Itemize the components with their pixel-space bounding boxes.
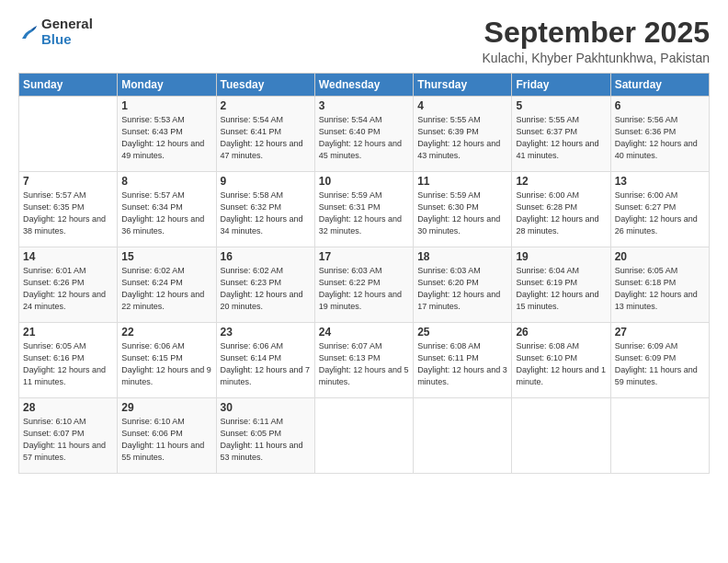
day-info: Sunrise: 6:04 AMSunset: 6:19 PMDaylight:… [516, 265, 606, 313]
day-info: Sunrise: 5:55 AMSunset: 6:39 PMDaylight:… [417, 114, 507, 162]
logo-blue: Blue [41, 32, 93, 48]
day-info: Sunrise: 5:57 AMSunset: 6:34 PMDaylight:… [121, 190, 211, 237]
day-number: 12 [516, 175, 606, 188]
day-number: 7 [23, 175, 113, 188]
day-info: Sunrise: 6:02 AMSunset: 6:24 PMDaylight:… [121, 265, 211, 313]
cell-w5-d6 [610, 398, 709, 474]
day-number: 13 [615, 175, 705, 188]
month-title: September 2025 [483, 17, 710, 49]
cell-w4-d5: 26 Sunrise: 6:08 AMSunset: 6:10 PMDaylig… [512, 323, 610, 398]
cell-w5-d3 [314, 398, 413, 474]
day-number: 22 [121, 326, 211, 339]
day-info: Sunrise: 6:01 AMSunset: 6:26 PMDaylight:… [23, 265, 113, 313]
cell-w5-d0: 28 Sunrise: 6:10 AMSunset: 6:07 PMDaylig… [19, 398, 118, 474]
day-info: Sunrise: 5:56 AMSunset: 6:36 PMDaylight:… [615, 114, 705, 162]
day-info: Sunrise: 6:03 AMSunset: 6:20 PMDaylight:… [417, 265, 507, 313]
logo-bird-icon [18, 22, 39, 42]
day-number: 6 [615, 99, 705, 112]
cell-w1-d4: 4 Sunrise: 5:55 AMSunset: 6:39 PMDayligh… [414, 97, 512, 172]
week-row-1: 1 Sunrise: 5:53 AMSunset: 6:43 PMDayligh… [19, 97, 710, 172]
week-row-2: 7 Sunrise: 5:57 AMSunset: 6:35 PMDayligh… [19, 172, 710, 247]
cell-w1-d6: 6 Sunrise: 5:56 AMSunset: 6:36 PMDayligh… [610, 97, 709, 172]
day-number: 16 [221, 250, 311, 263]
location-title: Kulachi, Khyber Pakhtunkhwa, Pakistan [483, 51, 710, 65]
header: General Blue September 2025 Kulachi, Khy… [18, 17, 710, 65]
day-number: 14 [23, 250, 113, 263]
day-info: Sunrise: 5:59 AMSunset: 6:30 PMDaylight:… [417, 190, 507, 237]
day-number: 15 [121, 250, 211, 263]
cell-w2-d0: 7 Sunrise: 5:57 AMSunset: 6:35 PMDayligh… [19, 172, 118, 247]
day-number: 21 [23, 326, 113, 339]
cell-w4-d1: 22 Sunrise: 6:06 AMSunset: 6:15 PMDaylig… [118, 323, 216, 398]
cell-w2-d4: 11 Sunrise: 5:59 AMSunset: 6:30 PMDaylig… [414, 172, 512, 247]
day-number: 5 [516, 99, 606, 112]
day-number: 3 [319, 99, 409, 112]
cell-w1-d5: 5 Sunrise: 5:55 AMSunset: 6:37 PMDayligh… [512, 97, 610, 172]
col-sunday: Sunday [19, 74, 118, 97]
logo: General Blue [18, 17, 93, 47]
cell-w2-d1: 8 Sunrise: 5:57 AMSunset: 6:34 PMDayligh… [118, 172, 216, 247]
col-monday: Monday [118, 74, 216, 97]
cell-w5-d5 [512, 398, 610, 474]
day-number: 2 [221, 99, 311, 112]
col-wednesday: Wednesday [314, 74, 413, 97]
cell-w3-d3: 17 Sunrise: 6:03 AMSunset: 6:22 PMDaylig… [314, 247, 413, 323]
week-row-4: 21 Sunrise: 6:05 AMSunset: 6:16 PMDaylig… [19, 323, 710, 398]
day-number: 25 [417, 326, 507, 339]
cell-w2-d5: 12 Sunrise: 6:00 AMSunset: 6:28 PMDaylig… [512, 172, 610, 247]
day-number: 1 [121, 99, 211, 112]
cell-w2-d6: 13 Sunrise: 6:00 AMSunset: 6:27 PMDaylig… [610, 172, 709, 247]
day-info: Sunrise: 6:09 AMSunset: 6:09 PMDaylight:… [615, 340, 705, 388]
day-number: 20 [615, 250, 705, 263]
cell-w1-d2: 2 Sunrise: 5:54 AMSunset: 6:41 PMDayligh… [216, 97, 314, 172]
day-info: Sunrise: 6:08 AMSunset: 6:10 PMDaylight:… [516, 340, 606, 388]
cell-w3-d5: 19 Sunrise: 6:04 AMSunset: 6:19 PMDaylig… [512, 247, 610, 323]
day-info: Sunrise: 6:08 AMSunset: 6:11 PMDaylight:… [417, 340, 507, 388]
cell-w2-d2: 9 Sunrise: 5:58 AMSunset: 6:32 PMDayligh… [216, 172, 314, 247]
day-info: Sunrise: 6:06 AMSunset: 6:14 PMDaylight:… [221, 340, 311, 388]
day-number: 30 [221, 401, 311, 414]
calendar-table: Sunday Monday Tuesday Wednesday Thursday… [18, 73, 710, 474]
day-info: Sunrise: 5:59 AMSunset: 6:31 PMDaylight:… [319, 190, 409, 237]
header-row: Sunday Monday Tuesday Wednesday Thursday… [19, 74, 710, 97]
day-number: 8 [121, 175, 211, 188]
day-number: 29 [121, 401, 211, 414]
cell-w2-d3: 10 Sunrise: 5:59 AMSunset: 6:31 PMDaylig… [314, 172, 413, 247]
day-info: Sunrise: 6:05 AMSunset: 6:16 PMDaylight:… [23, 340, 113, 388]
cell-w3-d0: 14 Sunrise: 6:01 AMSunset: 6:26 PMDaylig… [19, 247, 118, 323]
cell-w3-d2: 16 Sunrise: 6:02 AMSunset: 6:23 PMDaylig… [216, 247, 314, 323]
col-saturday: Saturday [610, 74, 709, 97]
cell-w1-d3: 3 Sunrise: 5:54 AMSunset: 6:40 PMDayligh… [314, 97, 413, 172]
cell-w4-d0: 21 Sunrise: 6:05 AMSunset: 6:16 PMDaylig… [19, 323, 118, 398]
week-row-3: 14 Sunrise: 6:01 AMSunset: 6:26 PMDaylig… [19, 247, 710, 323]
week-row-5: 28 Sunrise: 6:10 AMSunset: 6:07 PMDaylig… [19, 398, 710, 474]
day-info: Sunrise: 6:05 AMSunset: 6:18 PMDaylight:… [615, 265, 705, 313]
day-info: Sunrise: 5:55 AMSunset: 6:37 PMDaylight:… [516, 114, 606, 162]
cell-w4-d3: 24 Sunrise: 6:07 AMSunset: 6:13 PMDaylig… [314, 323, 413, 398]
day-info: Sunrise: 6:10 AMSunset: 6:06 PMDaylight:… [121, 416, 211, 464]
day-info: Sunrise: 6:06 AMSunset: 6:15 PMDaylight:… [121, 340, 211, 388]
cell-w3-d6: 20 Sunrise: 6:05 AMSunset: 6:18 PMDaylig… [610, 247, 709, 323]
title-block: September 2025 Kulachi, Khyber Pakhtunkh… [483, 17, 710, 65]
page: General Blue September 2025 Kulachi, Khy… [0, 0, 728, 563]
logo-text: General Blue [41, 17, 93, 47]
cell-w5-d2: 30 Sunrise: 6:11 AMSunset: 6:05 PMDaylig… [216, 398, 314, 474]
day-info: Sunrise: 6:00 AMSunset: 6:28 PMDaylight:… [516, 190, 606, 237]
day-info: Sunrise: 5:54 AMSunset: 6:41 PMDaylight:… [221, 114, 311, 162]
day-number: 28 [23, 401, 113, 414]
day-number: 26 [516, 326, 606, 339]
cell-w1-d1: 1 Sunrise: 5:53 AMSunset: 6:43 PMDayligh… [118, 97, 216, 172]
col-friday: Friday [512, 74, 610, 97]
logo-general: General [41, 17, 93, 32]
day-info: Sunrise: 6:03 AMSunset: 6:22 PMDaylight:… [319, 265, 409, 313]
day-info: Sunrise: 6:07 AMSunset: 6:13 PMDaylight:… [319, 340, 409, 388]
day-number: 10 [319, 175, 409, 188]
day-number: 11 [417, 175, 507, 188]
cell-w5-d4 [414, 398, 512, 474]
cell-w4-d6: 27 Sunrise: 6:09 AMSunset: 6:09 PMDaylig… [610, 323, 709, 398]
day-info: Sunrise: 5:58 AMSunset: 6:32 PMDaylight:… [221, 190, 311, 237]
col-tuesday: Tuesday [216, 74, 314, 97]
cell-w1-d0 [19, 97, 118, 172]
day-info: Sunrise: 6:10 AMSunset: 6:07 PMDaylight:… [23, 416, 113, 464]
day-number: 24 [319, 326, 409, 339]
